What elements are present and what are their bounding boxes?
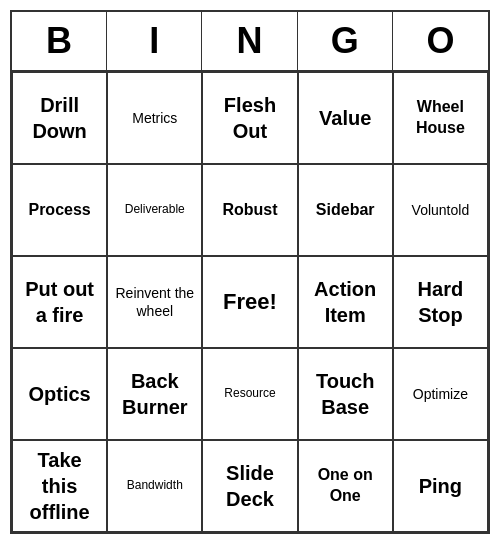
bingo-cell: Reinvent the wheel [107,256,202,348]
bingo-card: BINGO Drill DownMetricsFlesh OutValueWhe… [10,10,490,534]
bingo-header: BINGO [12,12,488,72]
bingo-cell: Wheel House [393,72,488,164]
bingo-cell: Value [298,72,393,164]
bingo-cell: Bandwidth [107,440,202,532]
bingo-grid: Drill DownMetricsFlesh OutValueWheel Hou… [12,72,488,532]
bingo-cell: Take this offline [12,440,107,532]
bingo-cell: Free! [202,256,297,348]
header-letter: O [393,12,488,70]
bingo-cell: Resource [202,348,297,440]
bingo-cell: Drill Down [12,72,107,164]
bingo-cell: Process [12,164,107,256]
bingo-cell: Optimize [393,348,488,440]
bingo-cell: Touch Base [298,348,393,440]
bingo-cell: Back Burner [107,348,202,440]
bingo-cell: Flesh Out [202,72,297,164]
bingo-cell: Slide Deck [202,440,297,532]
bingo-cell: Ping [393,440,488,532]
bingo-cell: Robust [202,164,297,256]
bingo-cell: Put out a fire [12,256,107,348]
bingo-cell: Sidebar [298,164,393,256]
bingo-cell: Optics [12,348,107,440]
bingo-cell: Deliverable [107,164,202,256]
bingo-cell: One on One [298,440,393,532]
bingo-cell: Hard Stop [393,256,488,348]
header-letter: B [12,12,107,70]
header-letter: I [107,12,202,70]
header-letter: N [202,12,297,70]
bingo-cell: Voluntold [393,164,488,256]
bingo-cell: Metrics [107,72,202,164]
header-letter: G [298,12,393,70]
bingo-cell: Action Item [298,256,393,348]
